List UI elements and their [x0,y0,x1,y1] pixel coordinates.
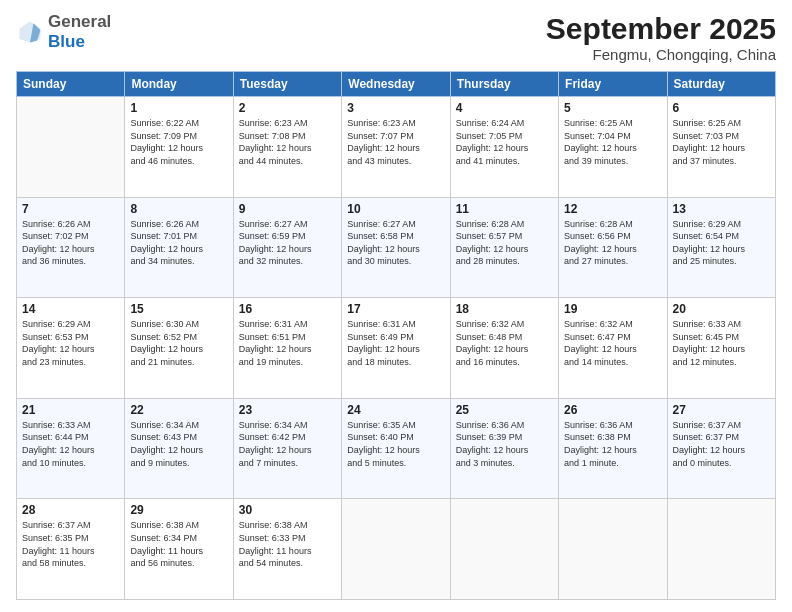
day-number: 5 [564,101,661,115]
calendar-cell: 12Sunrise: 6:28 AM Sunset: 6:56 PM Dayli… [559,197,667,298]
calendar-cell [17,97,125,198]
logo-text: General Blue [48,12,111,51]
day-number: 18 [456,302,553,316]
day-info: Sunrise: 6:34 AM Sunset: 6:43 PM Dayligh… [130,419,227,469]
col-monday: Monday [125,72,233,97]
day-info: Sunrise: 6:24 AM Sunset: 7:05 PM Dayligh… [456,117,553,167]
week-row-3: 14Sunrise: 6:29 AM Sunset: 6:53 PM Dayli… [17,298,776,399]
calendar-table: Sunday Monday Tuesday Wednesday Thursday… [16,71,776,600]
day-info: Sunrise: 6:27 AM Sunset: 6:58 PM Dayligh… [347,218,444,268]
calendar-cell: 15Sunrise: 6:30 AM Sunset: 6:52 PM Dayli… [125,298,233,399]
logo-blue: Blue [48,32,85,51]
day-info: Sunrise: 6:33 AM Sunset: 6:45 PM Dayligh… [673,318,770,368]
day-number: 8 [130,202,227,216]
calendar-cell: 9Sunrise: 6:27 AM Sunset: 6:59 PM Daylig… [233,197,341,298]
calendar-cell: 17Sunrise: 6:31 AM Sunset: 6:49 PM Dayli… [342,298,450,399]
day-info: Sunrise: 6:37 AM Sunset: 6:37 PM Dayligh… [673,419,770,469]
calendar-cell: 13Sunrise: 6:29 AM Sunset: 6:54 PM Dayli… [667,197,775,298]
calendar-cell: 23Sunrise: 6:34 AM Sunset: 6:42 PM Dayli… [233,398,341,499]
calendar-cell [559,499,667,600]
day-number: 30 [239,503,336,517]
location: Fengmu, Chongqing, China [546,46,776,63]
header: General Blue September 2025 Fengmu, Chon… [16,12,776,63]
day-number: 2 [239,101,336,115]
calendar-cell: 5Sunrise: 6:25 AM Sunset: 7:04 PM Daylig… [559,97,667,198]
calendar-cell: 10Sunrise: 6:27 AM Sunset: 6:58 PM Dayli… [342,197,450,298]
day-number: 26 [564,403,661,417]
day-number: 9 [239,202,336,216]
title-block: September 2025 Fengmu, Chongqing, China [546,12,776,63]
day-info: Sunrise: 6:28 AM Sunset: 6:57 PM Dayligh… [456,218,553,268]
day-number: 11 [456,202,553,216]
day-info: Sunrise: 6:32 AM Sunset: 6:47 PM Dayligh… [564,318,661,368]
calendar-cell: 28Sunrise: 6:37 AM Sunset: 6:35 PM Dayli… [17,499,125,600]
day-info: Sunrise: 6:22 AM Sunset: 7:09 PM Dayligh… [130,117,227,167]
day-info: Sunrise: 6:26 AM Sunset: 7:01 PM Dayligh… [130,218,227,268]
calendar-cell: 24Sunrise: 6:35 AM Sunset: 6:40 PM Dayli… [342,398,450,499]
day-info: Sunrise: 6:27 AM Sunset: 6:59 PM Dayligh… [239,218,336,268]
day-info: Sunrise: 6:34 AM Sunset: 6:42 PM Dayligh… [239,419,336,469]
day-info: Sunrise: 6:38 AM Sunset: 6:33 PM Dayligh… [239,519,336,569]
day-number: 21 [22,403,119,417]
logo-general: General [48,12,111,31]
day-info: Sunrise: 6:36 AM Sunset: 6:39 PM Dayligh… [456,419,553,469]
day-number: 28 [22,503,119,517]
calendar-cell: 16Sunrise: 6:31 AM Sunset: 6:51 PM Dayli… [233,298,341,399]
calendar-cell: 7Sunrise: 6:26 AM Sunset: 7:02 PM Daylig… [17,197,125,298]
day-info: Sunrise: 6:29 AM Sunset: 6:53 PM Dayligh… [22,318,119,368]
calendar-cell [450,499,558,600]
day-number: 4 [456,101,553,115]
calendar-cell: 8Sunrise: 6:26 AM Sunset: 7:01 PM Daylig… [125,197,233,298]
day-info: Sunrise: 6:25 AM Sunset: 7:03 PM Dayligh… [673,117,770,167]
col-thursday: Thursday [450,72,558,97]
calendar-cell: 29Sunrise: 6:38 AM Sunset: 6:34 PM Dayli… [125,499,233,600]
day-info: Sunrise: 6:28 AM Sunset: 6:56 PM Dayligh… [564,218,661,268]
day-number: 7 [22,202,119,216]
day-number: 12 [564,202,661,216]
day-number: 20 [673,302,770,316]
day-number: 24 [347,403,444,417]
day-number: 22 [130,403,227,417]
calendar-cell [342,499,450,600]
day-info: Sunrise: 6:23 AM Sunset: 7:07 PM Dayligh… [347,117,444,167]
header-row: Sunday Monday Tuesday Wednesday Thursday… [17,72,776,97]
calendar-cell: 6Sunrise: 6:25 AM Sunset: 7:03 PM Daylig… [667,97,775,198]
day-info: Sunrise: 6:36 AM Sunset: 6:38 PM Dayligh… [564,419,661,469]
col-tuesday: Tuesday [233,72,341,97]
calendar-cell: 18Sunrise: 6:32 AM Sunset: 6:48 PM Dayli… [450,298,558,399]
day-number: 16 [239,302,336,316]
logo-icon [16,18,44,46]
calendar-cell: 30Sunrise: 6:38 AM Sunset: 6:33 PM Dayli… [233,499,341,600]
day-info: Sunrise: 6:30 AM Sunset: 6:52 PM Dayligh… [130,318,227,368]
day-number: 25 [456,403,553,417]
day-number: 14 [22,302,119,316]
calendar-cell: 3Sunrise: 6:23 AM Sunset: 7:07 PM Daylig… [342,97,450,198]
day-number: 29 [130,503,227,517]
day-number: 10 [347,202,444,216]
day-info: Sunrise: 6:31 AM Sunset: 6:51 PM Dayligh… [239,318,336,368]
calendar-cell: 2Sunrise: 6:23 AM Sunset: 7:08 PM Daylig… [233,97,341,198]
week-row-4: 21Sunrise: 6:33 AM Sunset: 6:44 PM Dayli… [17,398,776,499]
col-friday: Friday [559,72,667,97]
week-row-1: 1Sunrise: 6:22 AM Sunset: 7:09 PM Daylig… [17,97,776,198]
calendar-cell: 26Sunrise: 6:36 AM Sunset: 6:38 PM Dayli… [559,398,667,499]
day-number: 23 [239,403,336,417]
week-row-5: 28Sunrise: 6:37 AM Sunset: 6:35 PM Dayli… [17,499,776,600]
day-number: 1 [130,101,227,115]
calendar-page: General Blue September 2025 Fengmu, Chon… [0,0,792,612]
day-number: 6 [673,101,770,115]
day-info: Sunrise: 6:33 AM Sunset: 6:44 PM Dayligh… [22,419,119,469]
calendar-cell: 4Sunrise: 6:24 AM Sunset: 7:05 PM Daylig… [450,97,558,198]
calendar-cell: 11Sunrise: 6:28 AM Sunset: 6:57 PM Dayli… [450,197,558,298]
day-info: Sunrise: 6:25 AM Sunset: 7:04 PM Dayligh… [564,117,661,167]
day-number: 19 [564,302,661,316]
calendar-cell: 27Sunrise: 6:37 AM Sunset: 6:37 PM Dayli… [667,398,775,499]
day-info: Sunrise: 6:23 AM Sunset: 7:08 PM Dayligh… [239,117,336,167]
day-number: 17 [347,302,444,316]
day-info: Sunrise: 6:32 AM Sunset: 6:48 PM Dayligh… [456,318,553,368]
calendar-cell: 1Sunrise: 6:22 AM Sunset: 7:09 PM Daylig… [125,97,233,198]
day-number: 15 [130,302,227,316]
calendar-cell [667,499,775,600]
day-info: Sunrise: 6:35 AM Sunset: 6:40 PM Dayligh… [347,419,444,469]
calendar-cell: 14Sunrise: 6:29 AM Sunset: 6:53 PM Dayli… [17,298,125,399]
